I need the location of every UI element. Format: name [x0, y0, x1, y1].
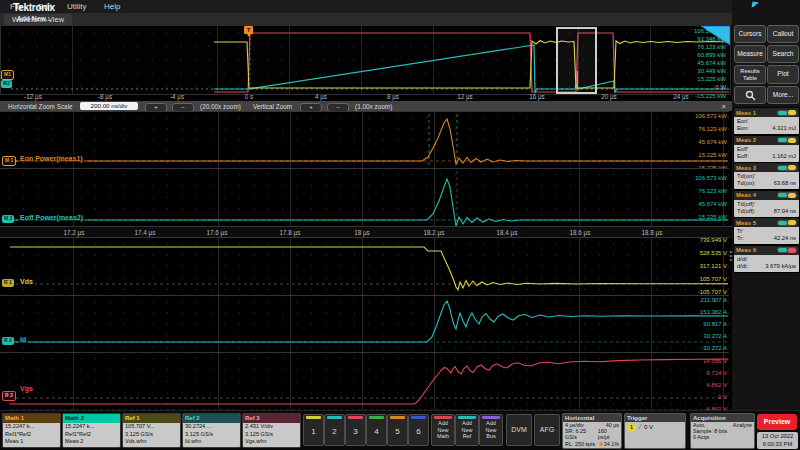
trigger-panel-title: Trigger [625, 414, 685, 422]
dvm-button[interactable]: DVM [506, 414, 532, 446]
meas-toggle[interactable] [777, 165, 797, 171]
menu-item-help[interactable]: Help [104, 2, 120, 11]
callout-button[interactable]: Callout [767, 25, 799, 43]
add-new-bus-button[interactable]: Add New Bus [479, 414, 503, 446]
waveform-badge-r3[interactable]: R 3 [2, 391, 16, 401]
waveform-overview[interactable] [0, 25, 731, 95]
meas-name: Meas 6 [736, 247, 756, 253]
trigger-panel[interactable]: Trigger 1 / 0 V [624, 413, 686, 449]
meas-3-card[interactable]: Meas 3 Td(on)' Td(on):63.68 ns [733, 162, 800, 190]
y-label: 0 V [640, 394, 727, 401]
waveform-label-vgs[interactable]: Vgs [18, 385, 35, 392]
meas-value: 3.679 kA/µs [765, 263, 796, 270]
y-label: 151.362 A [640, 309, 727, 316]
channel-4-button[interactable]: 4 [366, 414, 387, 446]
h-record-length: RL: 250 kpts [565, 441, 595, 447]
waveform-badge-m1[interactable]: M 1 [2, 156, 16, 166]
slice-eon-power[interactable] [0, 111, 729, 169]
time-tick: 12 µs [457, 93, 473, 100]
meas-name: Meas 3 [736, 165, 756, 171]
ref2-card[interactable]: Ref 2 30.2724 ...3.125 GS/sId.wfm [182, 413, 241, 448]
y-label: 15.225 kW [640, 214, 727, 221]
channel-5-button[interactable]: 5 [387, 414, 408, 446]
meas-toggle[interactable] [777, 247, 797, 253]
card-row: Ref1*Ref2 [65, 431, 118, 439]
card-row: Ref1*Ref2 [5, 431, 58, 439]
math1-card[interactable]: Math 1 15.2247 k...Ref1*Ref2Meas 1 [2, 413, 61, 448]
meas-4-card[interactable]: Meas 4 Td(off)' Td(off):87.04 ns [733, 190, 800, 218]
trigger-position-marker[interactable]: T [244, 26, 253, 34]
ref3-card[interactable]: Ref 3 2.431 V/div3.125 GS/sVgs.wfm [242, 413, 301, 448]
add-new-math-button[interactable]: Add New Math [431, 414, 455, 446]
card-row: Vds.wfm [125, 438, 178, 446]
slice-vgs[interactable] [0, 352, 729, 411]
meas-1-card[interactable]: Meas 1 Eon' Eon:4.321 mJ [733, 107, 800, 135]
h-zoom-factor: (20.00x zoom) [200, 103, 241, 110]
add-new-ref-button[interactable]: Add New Ref [455, 414, 479, 446]
cursors-button[interactable]: Cursors [734, 25, 766, 43]
zoom-tool-button[interactable] [734, 86, 766, 104]
meas-toggle[interactable] [777, 110, 797, 116]
menu-item-utility[interactable]: Utility [67, 2, 87, 11]
add-new-label: Add New... [0, 15, 68, 22]
slice-eoff-power[interactable] [0, 168, 729, 227]
slice-vds[interactable] [0, 237, 729, 296]
afg-button[interactable]: AFG [534, 414, 560, 446]
horizontal-panel-title: Horizontal [563, 414, 621, 422]
time-tick: 20 µs [601, 93, 617, 100]
waveform-label-eoff[interactable]: Eoff Power(meas2) [18, 214, 85, 221]
acquisition-panel[interactable]: Acquisition Auto,Analyze Sample: 8 bits … [690, 413, 755, 449]
ref1-card[interactable]: Ref 1 105.707 V...3.125 GS/sVds.wfm [122, 413, 181, 448]
channel-2-button[interactable]: 2 [324, 414, 345, 446]
overview-badge-m2[interactable]: M2 [1, 80, 12, 88]
meas-toggle[interactable] [777, 137, 797, 143]
slice-id[interactable] [0, 295, 729, 353]
meas-6-card[interactable]: Meas 6 d/dt' d/dt:3.679 kA/µs [733, 245, 800, 273]
overview-traces [1, 26, 730, 94]
time-tick: 8 µs [387, 93, 399, 100]
card-row: Id.wfm [185, 438, 238, 446]
plot-button[interactable]: Plot [767, 65, 799, 84]
meas-toggle[interactable] [777, 220, 797, 226]
waveform-label-vds[interactable]: Vds [18, 278, 35, 285]
preview-button[interactable]: Preview [757, 414, 797, 430]
menu-bar: File Edit Utility Help [0, 0, 732, 13]
meas-value: 63.68 ns [774, 180, 796, 187]
horizontal-panel[interactable]: Horizontal 4 µs/div40 µs SR: 6.25 GS/s16… [562, 413, 622, 449]
measure-button[interactable]: Measure [734, 45, 766, 63]
channel-6-button[interactable]: 6 [408, 414, 429, 446]
card-row: 15.2247 k... [65, 423, 118, 431]
waveform-label-id[interactable]: Id [18, 336, 28, 343]
panel-splitter-handle[interactable]: ••• [730, 250, 733, 264]
zoom-close-icon[interactable]: ✕ [721, 103, 726, 111]
h-resolution: 160 ps/pt [598, 428, 619, 440]
waveform-badge-m2[interactable]: M 2 [2, 215, 14, 223]
meas-5-card[interactable]: Meas 5 Tr' Tr:42.24 ns [733, 217, 800, 245]
time-tick: -8 µs [98, 93, 112, 100]
channel-1-button[interactable]: 1 [303, 414, 324, 446]
math2-card[interactable]: Math 2 15.2247 k...Ref1*Ref2Meas 2 [62, 413, 121, 448]
results-table-button[interactable]: Results Table [734, 65, 766, 84]
search-button[interactable]: Search [767, 45, 799, 63]
meas-value: 1.162 mJ [772, 153, 796, 160]
y-label: 76.123 kW [640, 188, 727, 195]
y-label: 9.724 V [640, 370, 727, 377]
acq-analyze: Analyze [733, 422, 752, 428]
more-button[interactable]: More... [767, 86, 799, 104]
tektronix-logo-mark [752, 2, 759, 9]
meas-name: Meas 4 [736, 192, 756, 198]
zoom-window-box[interactable] [556, 27, 597, 94]
channel-3-button[interactable]: 3 [345, 414, 366, 446]
time-tick: 18.2 µs [424, 229, 445, 236]
waveform-label-eon[interactable]: Eon Power(meas1) [18, 155, 85, 162]
overview-badge-m1[interactable]: M1 [1, 70, 14, 80]
waveform-badge-r2[interactable]: R 2 [2, 337, 14, 345]
y-label: 30.272 A [640, 333, 727, 340]
card-title: Ref 1 [123, 414, 180, 423]
meas-toggle[interactable] [777, 192, 797, 198]
h-zoom-scale-field[interactable]: 200.00 ns/div [80, 102, 138, 110]
trigger-level: 0 V [644, 424, 653, 430]
waveform-badge-r1[interactable]: R 1 [2, 279, 14, 287]
magnifier-icon [745, 90, 756, 101]
meas-2-card[interactable]: Meas 2 Eoff' Eoff:1.162 mJ [733, 135, 800, 163]
